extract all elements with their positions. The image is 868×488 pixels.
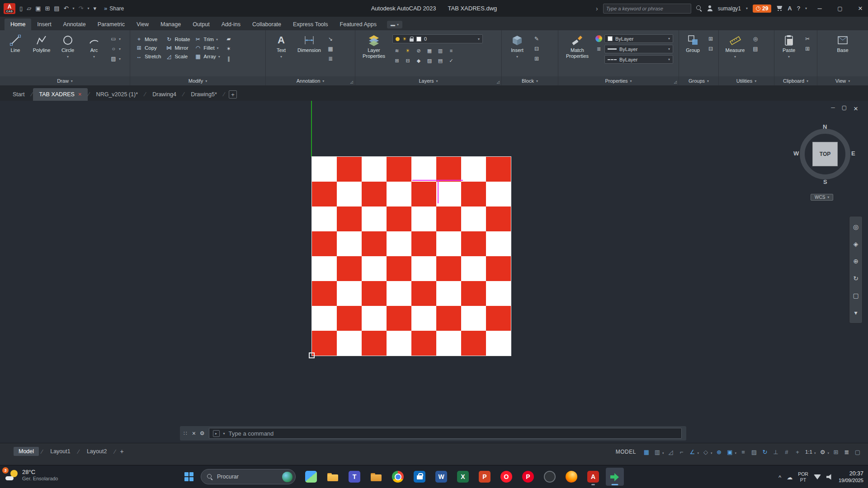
draw-tool-icon-3[interactable]: ▨ <box>109 55 118 62</box>
insert-menu-chevron-icon[interactable] <box>516 55 518 59</box>
redo-icon[interactable]: ↷ <box>79 5 84 12</box>
new-file-icon[interactable]: ▯ <box>19 5 23 12</box>
share-button[interactable]: Share <box>104 5 124 12</box>
stretch-button[interactable]: ↔Stretch <box>136 53 161 60</box>
customization-menu[interactable]: ≣ <box>842 447 852 457</box>
file-tab-nrg-v2025-1[interactable]: NRG_v2025 (1)* <box>90 88 144 101</box>
autocad-icon[interactable]: A <box>584 468 602 486</box>
text-menu-chevron-icon[interactable] <box>280 55 282 59</box>
zoom-tool-icon[interactable]: ⊕ <box>849 253 862 270</box>
photos-icon[interactable] <box>541 468 559 486</box>
layer-tool-icon-6[interactable]: ≡ <box>447 47 456 54</box>
new-drawing-button[interactable]: + <box>229 90 237 99</box>
object-color-dropdown[interactable]: ByLayer <box>604 34 673 43</box>
viewcube-top-face[interactable]: TOP <box>812 142 838 166</box>
viewport-minimize-icon[interactable] <box>831 104 835 113</box>
autodesk-access-icon[interactable]: A <box>788 5 792 12</box>
close-tab-icon[interactable]: × <box>78 92 82 97</box>
navigation-wheel-icon[interactable]: ◎ <box>849 218 862 235</box>
maximize-button[interactable] <box>832 0 848 17</box>
layout-tab-layout2[interactable]: Layout2 <box>82 447 112 456</box>
utilities-tool-icon-2[interactable]: ▤ <box>751 45 760 52</box>
block-tool-icon-1[interactable]: ✎ <box>533 35 541 42</box>
volume-icon[interactable] <box>826 474 833 480</box>
folder-pinned-icon[interactable] <box>367 468 385 486</box>
ortho-mode-toggle[interactable]: ⌐ <box>676 447 686 457</box>
screen-capture-icon[interactable] <box>606 468 624 486</box>
color-wheel-icon[interactable] <box>595 35 602 42</box>
layer-tool-icon-11[interactable]: ▤ <box>436 57 445 64</box>
network-icon[interactable] <box>814 474 821 479</box>
measure-button[interactable]: Measure <box>722 33 749 59</box>
board-cell[interactable] <box>436 256 461 281</box>
workspace-switching-control-menu[interactable]: ▾ <box>827 451 829 455</box>
dialog-launcher-icon[interactable]: ◿ <box>497 80 500 84</box>
utilities-panel-title[interactable]: Utilities <box>719 76 774 85</box>
annotation-monitor-toggle[interactable]: ⊞ <box>831 447 841 457</box>
layer-tool-icon-2[interactable]: ☀ <box>403 47 412 54</box>
board-cell[interactable] <box>486 256 511 281</box>
utilities-tool-icon-1[interactable]: ◎ <box>751 35 760 42</box>
navbar-menu-icon[interactable]: ▾ <box>849 304 862 321</box>
board-cell[interactable] <box>362 306 387 331</box>
board-cell[interactable] <box>312 256 337 281</box>
match-properties-button[interactable]: Match Properties <box>561 33 594 59</box>
viewcube[interactable]: N S W E TOP WCS <box>794 123 856 207</box>
board-cell[interactable] <box>312 306 337 331</box>
clean-screen-toggle[interactable]: ▢ <box>853 447 863 457</box>
drawing-canvas[interactable]: N S W E TOP WCS ◎◈⊕↻▢▾ Type a command <box>0 101 868 443</box>
block-panel-title[interactable]: Block <box>502 76 558 85</box>
chevron-down-icon[interactable] <box>119 47 121 51</box>
orbit-tool-icon[interactable]: ↻ <box>849 270 862 287</box>
layout-tab-model[interactable]: Model <box>14 447 39 456</box>
draw-tool-icon-1[interactable]: ▭ <box>109 35 118 42</box>
linetype-chevron-icon[interactable] <box>668 57 670 61</box>
base-button[interactable]: Base <box>830 33 855 53</box>
line-button[interactable]: Line <box>3 33 28 53</box>
chevron-down-icon[interactable] <box>119 37 121 41</box>
dynamic-ucs-toggle[interactable]: ⊥ <box>771 447 781 457</box>
teams-icon[interactable]: T <box>345 468 363 486</box>
board-cell[interactable] <box>312 206 337 231</box>
ribbon-tab-insert[interactable]: Insert <box>31 19 57 30</box>
selection-cycling-toggle[interactable]: ↻ <box>760 447 770 457</box>
language-indicator[interactable]: POR PT <box>798 471 808 482</box>
qat-customize-icon[interactable]: ▾ <box>94 5 97 12</box>
board-cell[interactable] <box>411 331 436 356</box>
array-menu-chevron-icon[interactable] <box>218 55 220 59</box>
clipboard-tool-icon-2[interactable]: ⊞ <box>803 45 811 52</box>
help-menu-chevron-icon[interactable] <box>805 6 807 10</box>
layer-tool-icon-10[interactable]: ▨ <box>425 57 434 64</box>
chevron-down-icon[interactable] <box>119 57 121 61</box>
infer-constraints-toggle[interactable]: ◿ <box>665 447 675 457</box>
board-cell[interactable] <box>461 281 486 306</box>
compass-south-label[interactable]: S <box>823 178 827 185</box>
ribbon-tab-express-tools[interactable]: Express Tools <box>287 19 334 30</box>
board-cell[interactable] <box>436 206 461 231</box>
text-button[interactable]: A Text <box>269 33 294 59</box>
rotate-button[interactable]: ↻Rotate <box>165 36 190 42</box>
recent-commands-chevron-icon[interactable] <box>223 432 225 436</box>
annotation-visibility-toggle[interactable]: + <box>793 447 802 457</box>
insert-button[interactable]: Insert <box>505 33 530 59</box>
minimize-button[interactable] <box>812 0 827 17</box>
object-snap-toggle-menu[interactable]: ▾ <box>735 451 736 455</box>
block-tool-icon-2[interactable]: ⊟ <box>533 45 541 52</box>
board-cell[interactable] <box>337 231 362 256</box>
array-button[interactable]: ▦Array <box>194 53 220 60</box>
color-dropdown-chevron-icon[interactable] <box>668 37 670 41</box>
wcs-dropdown[interactable]: WCS <box>811 194 833 201</box>
scale-button[interactable]: ◿Scale <box>165 53 190 60</box>
move-button[interactable]: +Move <box>136 36 161 42</box>
linetype-dropdown[interactable]: ByLayer <box>604 55 673 64</box>
modify-tool-icon-3[interactable]: ∥ <box>225 55 233 62</box>
onedrive-cloud-icon[interactable] <box>787 473 793 481</box>
board-cell[interactable] <box>486 182 511 206</box>
board-cell[interactable] <box>312 157 337 182</box>
board-cell[interactable] <box>461 157 486 182</box>
layer-tool-icon-1[interactable]: ≋ <box>392 47 401 54</box>
polar-tracking-toggle-menu[interactable]: ▾ <box>697 451 699 455</box>
board-cell[interactable] <box>411 157 436 182</box>
command-bar-close-icon[interactable] <box>192 430 196 437</box>
clipboard-tool-icon-1[interactable]: ✂ <box>803 35 811 42</box>
